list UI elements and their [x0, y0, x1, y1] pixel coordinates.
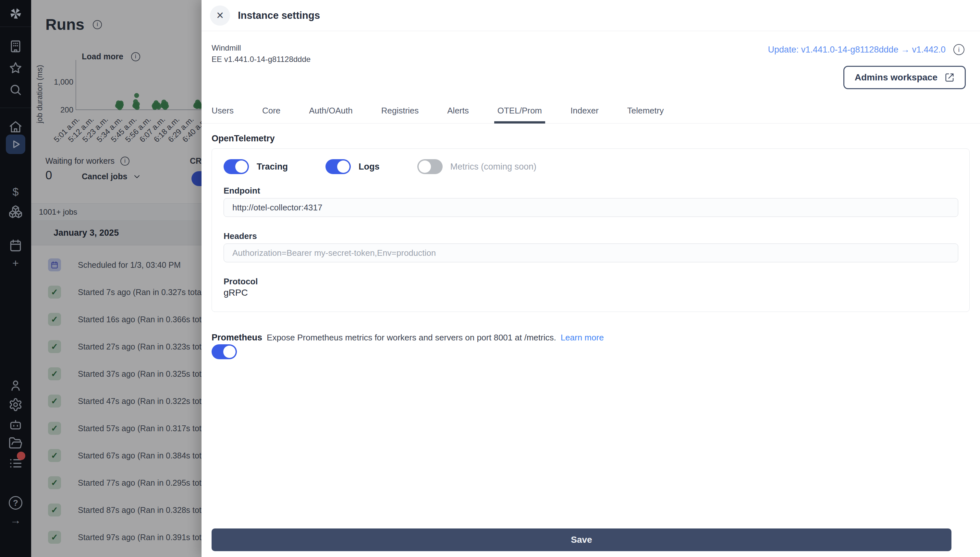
add-plus-icon[interactable]: +	[7, 254, 24, 271]
search-icon[interactable]	[7, 81, 24, 98]
prometheus-toggle[interactable]	[212, 344, 237, 359]
logs-label: Logs	[359, 162, 380, 172]
update-row: Update: v1.441.0-14-g81128ddde → v1.442.…	[768, 44, 964, 55]
metrics-label: Metrics (coming soon)	[451, 162, 537, 172]
learn-more-link[interactable]: Learn more	[561, 333, 604, 343]
opentelemetry-heading: OpenTelemetry	[212, 134, 275, 143]
tab-telemetry[interactable]: Telemetry	[627, 101, 664, 123]
favorites-star-icon[interactable]	[7, 60, 24, 77]
otel-toggles-row: Tracing Logs Metrics (coming soon)	[224, 159, 574, 174]
billing-dollar-icon[interactable]: $	[7, 183, 24, 200]
metrics-toggle	[417, 159, 443, 174]
headers-input[interactable]	[224, 243, 958, 262]
tracing-toggle[interactable]	[224, 159, 249, 174]
windmill-logo-icon[interactable]	[7, 5, 24, 22]
endpoint-input[interactable]	[224, 198, 958, 217]
collapse-arrow-icon[interactable]: →	[7, 511, 24, 528]
prometheus-title: Prometheus	[212, 333, 262, 343]
tab-otel-prom[interactable]: OTEL/Prom	[497, 101, 542, 123]
notification-dot	[17, 452, 25, 460]
protocol-value[interactable]: gRPC	[224, 288, 248, 298]
home-icon[interactable]	[7, 119, 24, 135]
sidebar: $ + ? →	[0, 0, 31, 557]
endpoint-label: Endpoint	[224, 186, 260, 196]
version-info: Windmill EE v1.441.0-14-g81128ddde	[212, 42, 310, 65]
sidebar-divider	[0, 26, 31, 27]
tab-indexer[interactable]: Indexer	[570, 101, 599, 123]
tracing-label: Tracing	[257, 162, 288, 172]
headers-label: Headers	[224, 231, 257, 241]
external-link-icon	[945, 73, 954, 82]
tab-auth-oauth[interactable]: Auth/OAuth	[309, 101, 353, 123]
prometheus-description: Expose Prometheus metrics for workers an…	[267, 333, 556, 343]
user-icon[interactable]	[7, 377, 24, 394]
tab-registries[interactable]: Registries	[381, 101, 419, 123]
protocol-label: Protocol	[224, 277, 258, 287]
info-icon[interactable]: i	[953, 44, 964, 55]
modal-title: Instance settings	[238, 10, 320, 21]
version-detail: EE v1.441.0-14-g81128ddde	[212, 54, 310, 65]
help-icon[interactable]: ?	[7, 494, 24, 511]
tab-users[interactable]: Users	[212, 101, 234, 123]
tab-core[interactable]: Core	[262, 101, 280, 123]
instance-settings-modal: × Instance settings Windmill EE v1.441.0…	[201, 0, 980, 557]
admins-workspace-button[interactable]: Admins workspace	[843, 66, 966, 89]
modal-header: × Instance settings	[201, 0, 980, 31]
logs-toggle[interactable]	[325, 159, 351, 174]
workers-bot-icon[interactable]	[7, 416, 24, 433]
runs-play-icon[interactable]	[6, 135, 25, 154]
version-app-name: Windmill	[212, 42, 310, 54]
update-link[interactable]: Update: v1.441.0-14-g81128ddde → v1.442.…	[768, 45, 946, 55]
save-button[interactable]: Save	[212, 528, 951, 551]
settings-gear-icon[interactable]	[7, 396, 24, 413]
folders-icon[interactable]	[7, 435, 24, 452]
workspace-building-icon[interactable]	[7, 38, 24, 55]
settings-tabs: Users Core Auth/OAuth Registries Alerts …	[201, 101, 980, 124]
tab-alerts[interactable]: Alerts	[447, 101, 469, 123]
prometheus-section: Prometheus Expose Prometheus metrics for…	[212, 333, 604, 343]
resources-boxes-icon[interactable]	[7, 203, 24, 220]
close-icon[interactable]: ×	[210, 5, 230, 26]
admins-workspace-label: Admins workspace	[855, 72, 938, 83]
sidebar-divider	[0, 107, 31, 108]
schedules-calendar-icon[interactable]	[7, 237, 24, 254]
opentelemetry-card: Tracing Logs Metrics (coming soon) Endpo…	[212, 148, 970, 312]
